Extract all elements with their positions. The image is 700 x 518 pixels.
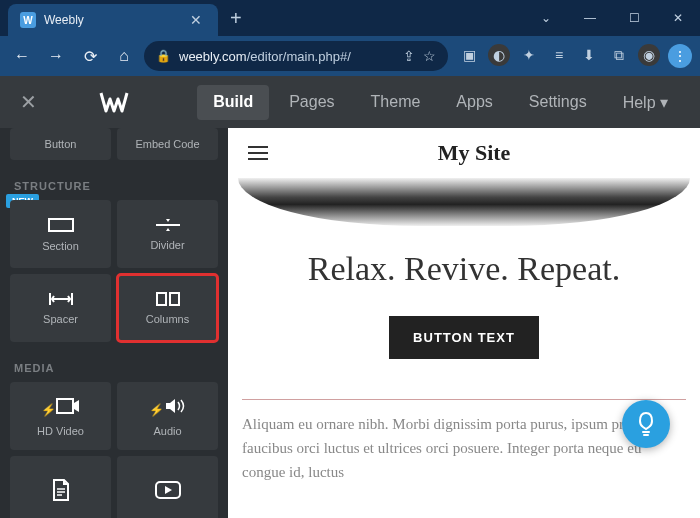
browser-address-bar: ← → ⟳ ⌂ 🔒 weebly.com/editor/main.php#/ ⇪… [0,36,700,76]
nav-theme[interactable]: Theme [355,85,437,120]
extension-icon-5[interactable]: ⧉ [608,44,630,66]
help-fab[interactable] [622,400,670,448]
window-maximize-icon[interactable]: ☐ [612,0,656,36]
content-divider [242,399,686,400]
bookmark-icon[interactable]: ☆ [423,48,436,64]
site-canvas: My Site Relax. Revive. Repeat. BUTTON TE… [228,128,700,518]
tile-document[interactable] [10,456,111,518]
weebly-favicon: W [20,12,36,28]
elements-sidebar: Button Embed Code STRUCTURE NEW Section … [0,76,228,518]
hamburger-menu[interactable] [248,146,268,160]
download-icon[interactable]: ⬇ [578,44,600,66]
browser-menu-button[interactable]: ⋮ [668,44,692,68]
window-dropdown-icon[interactable]: ⌄ [524,0,568,36]
youtube-icon [155,481,181,499]
tile-columns[interactable]: Columns [117,274,218,342]
nav-pages[interactable]: Pages [273,85,350,120]
media-section-label: MEDIA [0,348,228,382]
tile-embed-code[interactable]: Embed Code [117,128,218,160]
tile-section[interactable]: Section [10,200,111,268]
nav-settings[interactable]: Settings [513,85,603,120]
tab-title: Weebly [44,13,186,27]
extension-icon-3[interactable]: ✦ [518,44,540,66]
weebly-logo[interactable] [96,84,132,120]
divider-icon [156,217,180,233]
spacer-icon [48,291,74,307]
tile-button[interactable]: Button [10,128,111,160]
share-icon[interactable]: ⇪ [403,48,415,64]
app-top-nav: ✕ Build Pages Theme Apps Settings Help ▾ [0,76,700,128]
browser-titlebar: W Weebly ✕ + ⌄ — ☐ ✕ [0,0,700,36]
site-header: My Site [228,128,700,178]
nav-help[interactable]: Help ▾ [607,85,684,120]
tile-divider[interactable]: Divider [117,200,218,268]
new-tab-button[interactable]: + [230,7,242,30]
tile-hd-video[interactable]: ⚡ HD Video [10,382,111,450]
audio-icon: ⚡ [149,396,186,419]
lock-icon: 🔒 [156,49,171,63]
section-icon [48,216,74,234]
close-editor-button[interactable]: ✕ [16,90,40,114]
site-title[interactable]: My Site [268,140,680,166]
url-bar[interactable]: 🔒 weebly.com/editor/main.php#/ ⇪ ☆ [144,41,448,71]
nav-build[interactable]: Build [197,85,269,120]
reload-button[interactable]: ⟳ [76,42,104,70]
tile-audio[interactable]: ⚡ Audio [117,382,218,450]
profile-icon[interactable]: ◉ [638,44,660,66]
hero-headline[interactable]: Relax. Revive. Repeat. [228,250,700,288]
cta-button[interactable]: BUTTON TEXT [389,316,539,359]
browser-tab[interactable]: W Weebly ✕ [8,4,218,36]
window-close-icon[interactable]: ✕ [656,0,700,36]
home-button[interactable]: ⌂ [110,42,138,70]
svg-rect-3 [170,293,179,305]
back-button[interactable]: ← [8,42,36,70]
url-text: weebly.com/editor/main.php#/ [179,49,395,64]
svg-rect-0 [49,219,73,231]
hero-image[interactable] [238,178,690,226]
tile-youtube[interactable] [117,456,218,518]
app-body: Button Embed Code STRUCTURE NEW Section … [0,76,700,518]
forward-button[interactable]: → [42,42,70,70]
extension-icon-1[interactable]: ▣ [458,44,480,66]
columns-icon [155,291,181,307]
window-minimize-icon[interactable]: — [568,0,612,36]
extension-icon-2[interactable]: ◐ [488,44,510,66]
hd-video-icon: ⚡ [41,396,80,419]
nav-apps[interactable]: Apps [440,85,508,120]
tile-spacer[interactable]: Spacer [10,274,111,342]
document-icon [52,479,70,501]
tab-close-icon[interactable]: ✕ [186,10,206,30]
extension-icon-4[interactable]: ≡ [548,44,570,66]
svg-rect-2 [157,293,166,305]
svg-rect-4 [57,399,73,413]
